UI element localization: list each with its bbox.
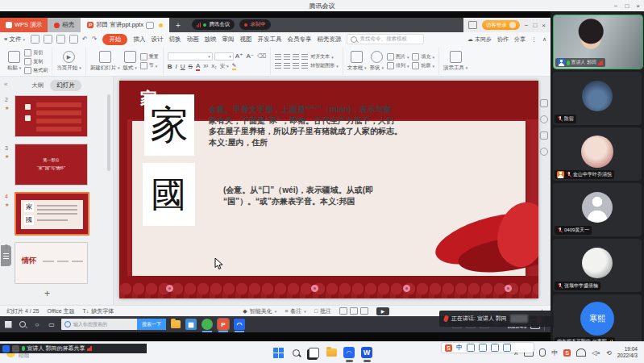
highlight-button[interactable]: ✎	[232, 62, 236, 70]
shapes-button[interactable]: 形状 ▾	[370, 51, 384, 72]
notes-button[interactable]: ≡ 备注 ▾	[285, 307, 306, 315]
local-ime-indicator[interactable]: 中	[551, 348, 558, 357]
meeting-taskbar-icon[interactable]: ◠	[234, 319, 245, 330]
slide-canvas[interactable]: 家 家 國 会意。甲骨文字形，上面是“宀”（mián)，表示与室 家有关，下面是…	[119, 81, 538, 298]
tab-rice-store[interactable]: 稻壳	[48, 18, 81, 32]
help-icon[interactable]	[540, 115, 548, 123]
web-search-button[interactable]: 搜索一下	[137, 319, 166, 330]
indent-increase-icon[interactable]	[301, 54, 308, 60]
collab-button[interactable]: 协作	[497, 35, 509, 44]
undo-icon[interactable]: ↶	[82, 35, 88, 43]
font-select[interactable]: ▾	[168, 52, 213, 60]
tab-rice-resources[interactable]: 稻壳资源	[317, 35, 341, 44]
sync-status[interactable]: ☁ 未同步	[467, 35, 492, 44]
green-app-icon[interactable]	[202, 319, 213, 330]
present-tools-button[interactable]: 演示工具 ▾	[443, 51, 467, 72]
missing-font-warning[interactable]: T↓ 缺失字体	[83, 307, 114, 315]
start11-button[interactable]	[272, 347, 285, 359]
meeting-dock-toggle[interactable]	[1, 245, 11, 266]
bold-button[interactable]: B	[168, 63, 172, 70]
sogou-logo[interactable]: S	[445, 344, 452, 352]
sogou-ime-bar[interactable]: S 中	[442, 343, 534, 353]
sync-history-icon[interactable]: ⟲	[606, 349, 612, 357]
picture-button[interactable]: 图片 ▾	[387, 53, 409, 60]
align-text-button[interactable]: 对齐文本 ▾	[310, 53, 334, 60]
ime-emoji-icon[interactable]	[479, 344, 487, 352]
word-app-icon[interactable]: W	[361, 347, 373, 359]
font-size-select[interactable]: ▾	[214, 52, 234, 60]
share-button[interactable]: 分享	[514, 35, 526, 44]
maximize-icon[interactable]: □	[625, 2, 629, 10]
collapse-ribbon-icon[interactable]: ∧	[542, 36, 546, 43]
panel-scrollbar[interactable]	[107, 94, 110, 171]
clear-format-icon[interactable]: ⌫	[257, 52, 266, 60]
beautify-button[interactable]: ◆ 智能美化 ▾	[243, 307, 276, 315]
slide-text-home[interactable]: 会意。甲骨文字形，上面是“宀”（mián)，表示与室 家有关，下面是“豕”，即猪…	[209, 104, 509, 148]
tab-developer[interactable]: 开发工具	[257, 35, 281, 44]
close-icon[interactable]: ×	[636, 2, 640, 10]
mic-tray-icon[interactable]	[539, 348, 546, 357]
theme-name[interactable]: Office 主题	[47, 307, 74, 315]
slide-text-country[interactable]: (会意。从“囗”（wéi)，表示疆域。从或(即 “国”）。“或”亦兼表字音。本义…	[223, 185, 505, 207]
tab-review[interactable]: 审阅	[222, 35, 234, 44]
wps-taskbar-icon[interactable]: P	[218, 319, 229, 330]
participant-tile[interactable]: 金山中学叶乔清悦	[553, 127, 642, 181]
resources-icon[interactable]	[540, 148, 548, 156]
participant-tile[interactable]: 张堰中学盛倩楠	[553, 239, 642, 292]
ime-keyboard-icon[interactable]	[491, 344, 499, 352]
volume-muted-icon[interactable]: ◁×	[592, 349, 600, 357]
arrange-button[interactable]: 排列 ▾	[387, 62, 409, 69]
superscript-button[interactable]: X²	[203, 64, 208, 69]
decrease-font-icon[interactable]: A⁻	[246, 52, 254, 60]
new-file-icon[interactable]	[31, 35, 39, 44]
reset-button[interactable]: 重置	[140, 53, 159, 60]
cut-button[interactable]: 剪切	[24, 49, 48, 56]
sogou-tray-icon[interactable]: S	[563, 349, 571, 357]
pinyin-guide-button[interactable]: 安·▾	[220, 63, 229, 70]
taskbar-search-icon[interactable]	[18, 319, 27, 329]
store-icon[interactable]: ▦	[185, 319, 197, 330]
ime-mode-label[interactable]: 中	[456, 344, 463, 352]
slide-sorter-icon[interactable]	[350, 307, 358, 315]
bullets-icon[interactable]	[275, 54, 281, 60]
align-right-icon[interactable]	[293, 63, 299, 69]
participant-tile[interactable]: 陈留	[553, 72, 642, 125]
ime-punctuation-icon[interactable]	[467, 344, 475, 352]
feedback-icon[interactable]	[540, 131, 548, 140]
line-spacing-icon[interactable]	[301, 63, 308, 69]
tab-document[interactable]: P 郭田 宣讲ppt.pptx	[81, 18, 169, 32]
wps-close-icon[interactable]: ×	[542, 22, 546, 29]
task-view-icon[interactable]: ▭	[47, 319, 56, 329]
slideshow-play-button[interactable]: ▶	[376, 307, 389, 315]
format-painter-button[interactable]: 格式刷	[24, 67, 48, 74]
slide-thumbnail-2[interactable]	[15, 95, 88, 137]
participant-tile[interactable]: 寒熙 华东师大三附中 何寒熙	[553, 294, 642, 341]
numbering-icon[interactable]	[284, 54, 290, 60]
new-slide-button[interactable]: 新建幻灯片 ▾	[90, 51, 120, 72]
minimize-icon[interactable]: −	[614, 2, 618, 10]
indent-decrease-icon[interactable]	[293, 54, 299, 60]
meeting-app-icon[interactable]: ◠	[343, 347, 355, 359]
preview-icon[interactable]	[69, 35, 78, 44]
layout-button[interactable]: 版式 ▾	[123, 51, 136, 72]
more-icon[interactable]: ⋮	[531, 36, 537, 43]
cortana-icon[interactable]: ○	[32, 319, 42, 329]
tab-animation[interactable]: 动画	[186, 35, 198, 44]
new-tab-button[interactable]: +	[169, 18, 187, 32]
italic-button[interactable]: I	[176, 63, 177, 70]
web-search-box[interactable]: 输入你想搜索的 搜索一下	[61, 319, 166, 330]
split-view-icon[interactable]	[468, 21, 477, 29]
tab-home[interactable]: 开始	[102, 34, 127, 45]
command-search-input[interactable]: 查找命令、搜索模板	[347, 34, 424, 44]
add-slide-button[interactable]: +	[44, 288, 50, 299]
comment-button[interactable]: □ 批注	[314, 307, 331, 315]
wps-restore-icon[interactable]: □	[533, 22, 537, 29]
wifi-tray-icon[interactable]	[576, 348, 586, 357]
wps-app-button[interactable]: WPS 演示	[0, 18, 48, 32]
ime-settings-icon[interactable]	[503, 344, 511, 352]
tab-insert[interactable]: 插入	[133, 35, 145, 44]
slide-thumbnail-4-selected[interactable]: 家 國	[15, 192, 89, 236]
participant-tile-video[interactable]: 宣讲人 郭田	[553, 15, 643, 69]
redo-icon[interactable]: ↷	[92, 35, 98, 43]
tab-transition[interactable]: 切换	[168, 35, 181, 44]
